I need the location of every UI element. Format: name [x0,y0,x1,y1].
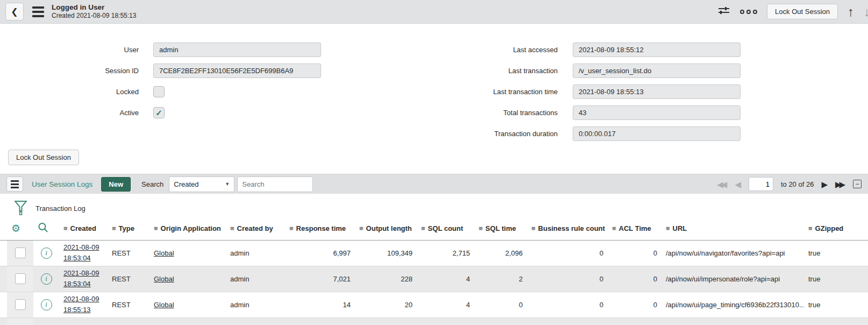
column-header-type[interactable]: ≡Type [108,217,150,240]
column-sort-icon: ≡ [154,224,158,232]
column-header-sql-time[interactable]: ≡SQL time [474,217,527,240]
cell-output-length: 109,349 [355,240,417,266]
lock-out-session-header-button[interactable]: Lock Out Session [767,4,838,19]
last-accessed-field[interactable]: 2021-08-09 18:55:12 [573,43,741,57]
row-checkbox[interactable] [15,299,26,310]
cell-origin: Global [150,240,226,266]
list-search-toggle[interactable] [33,217,59,240]
record-preview-icon[interactable]: i [41,273,52,285]
filter-funnel-icon[interactable] [15,200,27,217]
column-sort-icon: ≡ [531,224,536,232]
column-header-business-rule-count[interactable]: ≡Business rule count [527,217,608,240]
column-sort-icon: ≡ [808,224,813,232]
cell-created-by: admin [226,266,285,292]
previous-record-icon[interactable]: ↑ [848,5,854,18]
form-row-last-transaction-time: Last transaction time 2021-08-09 18:55:1… [396,84,741,99]
search-field-select[interactable]: Created ▼ [169,176,234,192]
cell-br-count: 0 [527,266,608,292]
next-page-icon[interactable]: ▶ [821,180,828,188]
log-table-row: i2021-08-0918:53:04RESTGlobaladmin6,9971… [0,240,868,266]
origin-link[interactable]: Global [154,301,174,309]
row-range-text: to 20 of 26 [781,180,814,188]
column-header-row: ⚙ ≡Created≡Type≡Origin Application≡Creat… [0,217,868,240]
previous-page-icon[interactable]: ◀ [735,180,741,188]
list-caption-bar: User Session Logs New Search Created ▼ ◀… [0,174,868,194]
origin-link[interactable]: Global [154,249,174,257]
filter-breadcrumb[interactable]: Transaction Log [35,204,86,213]
cell-gzipped: true [804,292,868,317]
last-transaction-time-field[interactable]: 2021-08-09 18:55:13 [573,84,741,99]
record-preview-icon[interactable]: i [41,248,52,259]
new-record-button[interactable]: New [101,177,131,192]
form-row-transaction-duration: Transaction duration 0:00:00.017 [396,126,741,141]
list-context-menu-icon[interactable] [6,176,23,192]
column-sort-icon: ≡ [359,224,364,232]
field-label-active: Active [0,109,139,117]
last-page-icon[interactable]: ▶▶ [835,180,845,188]
column-header-origin-application[interactable]: ≡Origin Application [150,217,226,240]
next-record-icon[interactable]: ↓ [864,5,868,18]
chevron-down-icon: ▼ [225,181,230,187]
column-header-created-by[interactable]: ≡Created by [226,217,285,240]
more-options-icon[interactable] [740,10,757,14]
record-title-block: Logged in User Created 2021-08-09 18:55:… [52,3,136,20]
created-record-link[interactable]: 2021-08-0918:55:13 [63,295,99,314]
back-button[interactable]: ❮ [5,3,24,20]
column-sort-icon: ≡ [479,224,483,232]
personalize-list-gear[interactable]: ⚙ [7,217,33,240]
list-title-link[interactable]: User Session Logs [32,180,93,188]
user-field[interactable]: admin [153,43,321,57]
active-checkbox[interactable]: ✓ [153,107,165,118]
last-transaction-field[interactable]: /v_user_session_list.do [573,63,741,78]
column-header-output-length[interactable]: ≡Output length [355,217,417,240]
personalize-form-icon[interactable] [717,5,730,18]
row-checkbox[interactable] [15,273,26,284]
record-header-bar: ❮ Logged in User Created 2021-08-09 18:5… [0,0,868,24]
cell-type: REST [108,292,150,317]
list-pagination: ◀◀ ◀ to 20 of 26 ▶ ▶▶ − [717,177,862,191]
form-context-menu-icon[interactable] [32,6,44,17]
user-session-logs-table: ⚙ ≡Created≡Type≡Origin Application≡Creat… [0,217,868,325]
page-number-input[interactable] [749,177,773,191]
cell-response-time: 6,997 [285,240,355,266]
list-search-input[interactable] [237,176,313,192]
transaction-duration-field[interactable]: 0:00:00.017 [573,126,741,141]
field-label-user: User [0,46,139,54]
origin-link[interactable]: Global [154,275,174,283]
lock-out-session-form-button[interactable]: Lock Out Session [8,150,79,165]
form-row-locked: Locked [0,84,165,99]
cell-sql-time: 2,096 [474,240,527,266]
row-checkbox[interactable] [15,248,26,258]
field-label-last-transaction: Last transaction [396,67,558,75]
column-header-sql-count[interactable]: ≡SQL count [417,217,474,240]
column-header-gzipped[interactable]: ≡GZipped [804,217,868,240]
form-row-last-transaction: Last transaction /v_user_session_list.do [396,63,741,78]
record-preview-icon[interactable]: i [41,299,52,310]
cell-url: /api/now/ui/navigator/favorites?api=api [661,240,804,266]
column-sort-icon: ≡ [666,224,670,232]
column-header-created[interactable]: ≡Created [59,217,108,240]
cell-sql-count: 4 [417,292,474,317]
field-label-locked: Locked [0,88,139,96]
column-header-url[interactable]: ≡URL [661,217,804,240]
cell-gzipped: true [804,240,868,266]
column-header-acl-time[interactable]: ≡ACL Time [608,217,661,240]
locked-checkbox[interactable] [153,86,165,97]
column-header-response-time[interactable]: ≡Response time [285,217,355,240]
column-sort-icon: ≡ [421,224,425,232]
created-record-link[interactable]: 2021-08-0918:53:04 [63,269,99,288]
first-page-icon[interactable]: ◀◀ [717,180,727,188]
checkmark-icon: ✓ [155,109,162,117]
cell-sql-time: 2 [474,266,527,292]
field-label-transaction-duration: Transaction duration [396,130,558,138]
total-transactions-field[interactable]: 43 [573,105,741,120]
form-row-user: User admin [0,42,321,57]
field-label-session-id: Session ID [0,67,139,75]
column-sort-icon: ≡ [289,224,294,232]
session-id-field[interactable]: 7CE8F2BE2FF13010E56F2E5DF699B6A9 [153,63,321,78]
collapse-list-icon[interactable]: − [853,180,862,188]
created-record-link[interactable]: 2021-08-0918:53:04 [63,243,99,262]
log-table-row: i2021-08-0918:53:04RESTGlobaladmin7,0212… [0,266,868,292]
cell-output-length: 20 [355,292,417,317]
cell-gzipped: true [804,266,868,292]
